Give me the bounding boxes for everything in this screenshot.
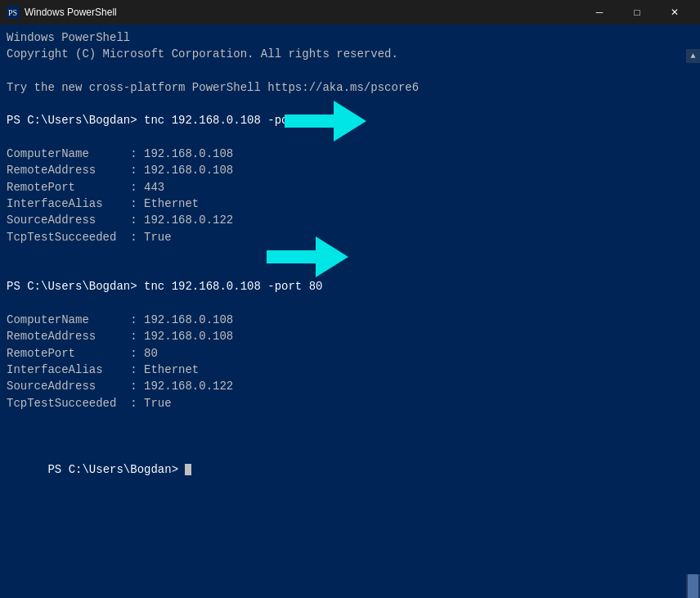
svg-marker-3	[267, 236, 348, 277]
output-line-11	[7, 428, 693, 444]
output-line-1: Windows PowerShell	[7, 29, 693, 46]
svg-marker-2	[285, 101, 366, 142]
result2-line-5: SourceAddress : 192.168.0.122	[7, 378, 693, 394]
command-2: PS C:\Users\Bogdan> tnc 192.168.0.108 -p…	[7, 278, 693, 295]
output-line-3	[7, 63, 693, 79]
result2-line-3: RemotePort : 80	[7, 345, 693, 362]
result1-line-4: InterfaceAlias : Ethernet	[7, 196, 693, 212]
close-button[interactable]: ✕	[656, 0, 693, 25]
output-line-10	[7, 411, 693, 428]
scrollbar[interactable]: ▲ ▼	[686, 49, 700, 598]
result2-line-4: InterfaceAlias : Ethernet	[7, 362, 693, 378]
result2-line-1: ComputerName : 192.168.0.108	[7, 312, 693, 328]
output-line-9	[7, 295, 693, 312]
result1-line-5: SourceAddress : 192.168.0.122	[7, 212, 693, 228]
arrow-2	[242, 224, 348, 290]
arrow-1	[260, 88, 366, 154]
output-line-8	[7, 262, 693, 278]
maximize-button[interactable]: □	[618, 0, 656, 25]
result1-line-6: TcpTestSucceeded : True	[7, 229, 693, 245]
prompt-text: PS C:\Users\Bogdan>	[47, 463, 185, 476]
minimize-button[interactable]: ─	[581, 0, 618, 25]
scroll-thumb[interactable]	[688, 574, 698, 598]
current-prompt: PS C:\Users\Bogdan>	[7, 444, 693, 494]
result1-line-3: RemotePort : 443	[7, 179, 693, 196]
result2-line-2: RemoteAddress : 192.168.0.108	[7, 328, 693, 344]
window-controls: ─ □ ✕	[581, 0, 693, 25]
result1-line-2: RemoteAddress : 192.168.0.108	[7, 162, 693, 178]
output-line-2: Copyright (C) Microsoft Corporation. All…	[7, 46, 693, 62]
scroll-up-button[interactable]: ▲	[686, 49, 700, 63]
svg-text:PS: PS	[8, 8, 17, 17]
result2-line-6: TcpTestSucceeded : True	[7, 395, 693, 411]
title-bar: PS Windows PowerShell ─ □ ✕	[0, 0, 700, 25]
powershell-icon: PS	[7, 6, 20, 19]
window-title: Windows PowerShell	[25, 7, 581, 18]
cursor	[185, 464, 191, 475]
console-body[interactable]: Windows PowerShell Copyright (C) Microso…	[0, 25, 700, 598]
powershell-window: PS Windows PowerShell ─ □ ✕ Windows Powe…	[0, 0, 700, 598]
output-line-7	[7, 245, 693, 262]
